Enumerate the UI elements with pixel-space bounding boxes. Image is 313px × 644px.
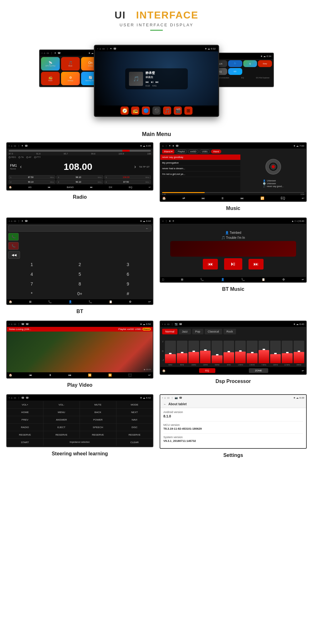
bt-back[interactable]: ↩ [148, 300, 151, 303]
cell-impedance[interactable]: Impedance selection [44, 439, 116, 446]
preset-2[interactable]: 290.10MHz [9, 180, 55, 184]
dsp-jazz[interactable]: Jazz [179, 329, 191, 334]
cell-clear[interactable]: CLEAR [116, 439, 153, 446]
zone-btn[interactable]: ZONE [249, 368, 268, 373]
next-btn[interactable]: ⏭ [156, 80, 159, 84]
btm-settings[interactable]: ⚙ [282, 278, 285, 281]
key-3[interactable]: 3 [104, 260, 151, 269]
eq-handle-2[interactable] [192, 351, 195, 352]
key-9[interactable]: 9 [104, 280, 151, 288]
cell-power[interactable]: POWER [80, 416, 116, 423]
shuffle-btn[interactable]: ⇄ [182, 196, 185, 200]
pause-btn[interactable]: ⏸ [221, 196, 224, 200]
eq-handle-9[interactable] [274, 353, 277, 354]
radio-slider[interactable] [9, 150, 151, 152]
cell-reserve-4[interactable]: RESERVE [116, 431, 153, 438]
cell-mute[interactable]: MUTE [80, 401, 116, 408]
cell-home[interactable]: HOME [7, 409, 44, 416]
dock-gray[interactable]: ⚫ [152, 107, 161, 115]
btm-home[interactable]: □ [162, 278, 164, 281]
dsp-back[interactable]: ↩ [302, 369, 304, 372]
dsp-home[interactable]: 🏠 [162, 369, 166, 372]
dock-music[interactable]: 🎵 [163, 107, 171, 115]
prev-band-btn[interactable]: ⏮ [48, 186, 50, 189]
home-icon[interactable]: ⌂ [11, 144, 13, 147]
eq-handle-5[interactable] [228, 351, 230, 352]
dsp-normal[interactable]: Normal [162, 329, 177, 334]
tab-playlist[interactable]: Playlist [176, 149, 187, 154]
eq-handle-8[interactable] [263, 349, 265, 350]
eq-handle-11[interactable] [298, 351, 300, 352]
vol-down-btn[interactable]: ◀◀ [8, 251, 20, 259]
bt-play-btn[interactable]: ⏯ [224, 258, 242, 270]
dx-btn[interactable]: DX [109, 186, 112, 189]
key-0[interactable]: 0+ [56, 289, 104, 298]
song-2[interactable]: My prerogative [160, 160, 240, 166]
cell-disc[interactable]: DISC [116, 424, 153, 431]
app-bt[interactable]: 🔵 [228, 60, 242, 67]
btm-call[interactable]: 📞 [200, 278, 204, 281]
as-btn[interactable]: AS [28, 186, 32, 189]
cell-prev[interactable]: PREV [7, 416, 44, 423]
dock-radio[interactable]: 📻 [131, 107, 139, 115]
cell-next[interactable]: NEXT [116, 409, 153, 416]
preset-5[interactable]: 5108.00MHz [104, 175, 151, 179]
bt-call[interactable]: 📞 [48, 300, 52, 303]
hangup-btn[interactable]: 📞 [8, 242, 19, 250]
apps-icon[interactable]: ⋮ [165, 144, 167, 147]
preset-1[interactable]: 187.50MHz [9, 175, 55, 179]
vid-back[interactable]: ↩ [148, 374, 151, 377]
eq-bar-3[interactable]: 120HZ [200, 341, 211, 366]
eq-bar-7[interactable]: 2.5KHZ [247, 341, 257, 366]
cell-eject[interactable]: EJECT [44, 424, 80, 431]
app-es[interactable]: ES [228, 68, 242, 75]
btm-grid[interactable]: ⊞ [181, 278, 183, 281]
preset-4[interactable]: 490.10MHz [56, 180, 103, 184]
loop-btn[interactable]: 🔁 [260, 196, 264, 200]
eq-bar-11[interactable]: 15KHZ [294, 341, 304, 366]
eq-handle-10[interactable] [286, 352, 289, 353]
play-btn[interactable]: ⏯ [151, 80, 154, 84]
vid-home[interactable]: 🏠 [9, 374, 12, 377]
eq-btn[interactable]: EQ [129, 186, 132, 189]
key-8[interactable]: 8 [56, 280, 104, 288]
bt-log[interactable]: 📋 [109, 300, 112, 303]
home-icon[interactable]: ⌂ [162, 144, 164, 147]
eq-bar-2[interactable]: 100HZ [188, 341, 199, 366]
prev-btn[interactable]: ⏮ [202, 196, 205, 200]
btm-phone2[interactable]: 📞 [241, 278, 245, 281]
bt-contact[interactable]: 👤 [69, 300, 72, 303]
app-icon-settings[interactable]: ⚙ Settings [61, 72, 80, 85]
bt-settings[interactable]: ⚙ [129, 300, 131, 303]
bt-next-btn[interactable]: ⏭ [249, 259, 264, 270]
cell-reserve-3[interactable]: RESERVE [80, 431, 116, 438]
key-star[interactable]: * [8, 289, 55, 298]
progress-bar[interactable] [162, 192, 304, 193]
dock-apps[interactable]: ⊞ [184, 107, 192, 115]
playlist-dropdown[interactable]: iNand ▾ [162, 149, 174, 154]
eq-bar-9[interactable]: 10KHZ [270, 341, 281, 366]
eq-handle-4[interactable] [216, 354, 218, 355]
back-btn[interactable]: ↩ [302, 196, 304, 200]
eq-handle-7[interactable] [251, 352, 254, 353]
next-band-btn[interactable]: ⏭ [90, 186, 93, 189]
eq-bar-1[interactable]: 80HZ [177, 341, 187, 366]
eq-bar-10[interactable]: 12.5kHz [282, 341, 292, 366]
prev-btn[interactable]: ⏮ [146, 80, 149, 84]
home-btn[interactable]: 🏠 [162, 196, 166, 200]
backspace-btn[interactable]: ← [8, 225, 151, 232]
vid-rwd[interactable]: ⏪ [88, 374, 91, 377]
tab-usb1[interactable]: USB1 [200, 149, 210, 154]
key-4[interactable]: 4 [8, 270, 55, 279]
back-btn[interactable]: ↩ [149, 186, 151, 189]
tab-inand[interactable]: iNand [211, 149, 221, 154]
btm-log[interactable]: 📋 [262, 278, 265, 281]
dock-video[interactable]: 🎬 [174, 107, 182, 115]
vid-prev[interactable]: ⏮ [29, 374, 32, 377]
vid-fullscreen[interactable]: ⛶ [129, 374, 131, 377]
app-easy[interactable]: Easy [258, 60, 272, 67]
cell-answer[interactable]: ANSWER [44, 416, 80, 423]
preset-6[interactable]: 687.50MHz [104, 180, 151, 184]
cell-mode[interactable]: MODE [116, 401, 153, 408]
vid-next[interactable]: ⏭ [69, 374, 71, 377]
